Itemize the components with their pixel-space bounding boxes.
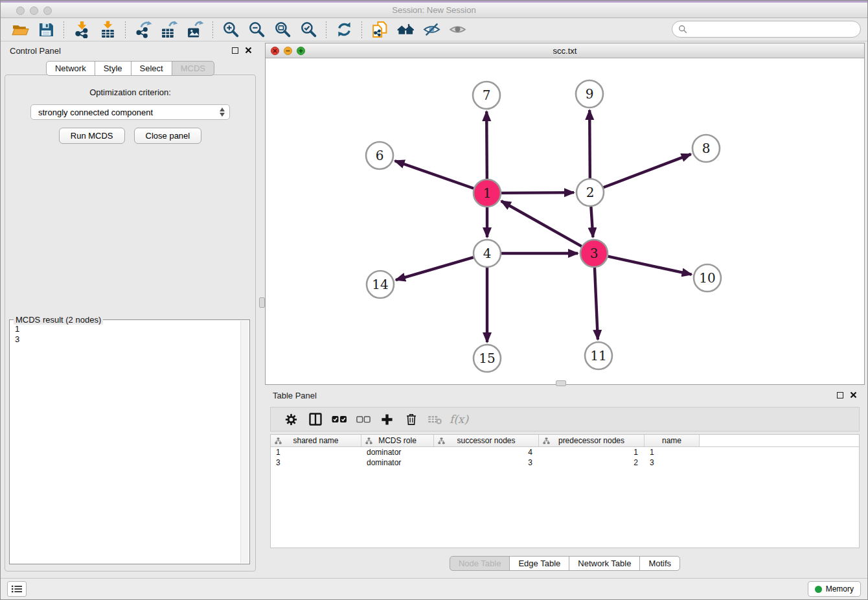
node-14[interactable]: 14 — [367, 271, 394, 298]
select-all-rows-button[interactable] — [327, 409, 351, 430]
first-neighbors-button[interactable] — [393, 19, 418, 40]
column-header-label: MCDS role — [378, 436, 417, 445]
table-header-row: shared nameMCDS rolesuccessor nodesprede… — [271, 435, 859, 447]
node-table: shared nameMCDS rolesuccessor nodesprede… — [270, 434, 860, 548]
column-header-label: predecessor nodes — [558, 436, 624, 445]
import-table-button[interactable] — [95, 19, 120, 40]
table-cell: 3 — [271, 457, 361, 468]
node-2[interactable]: 2 — [577, 179, 604, 206]
column-header[interactable]: predecessor nodes — [539, 435, 645, 446]
column-header[interactable]: MCDS role — [361, 435, 434, 446]
zoom-out-button[interactable] — [244, 19, 269, 40]
show-columns-button[interactable] — [303, 409, 327, 430]
close-panel-button[interactable]: Close panel — [134, 128, 202, 144]
table-row[interactable]: 3dominator323 — [271, 457, 859, 468]
edge-3-11[interactable] — [595, 268, 598, 340]
search-input[interactable] — [691, 24, 860, 35]
edge-2-8[interactable] — [604, 154, 691, 187]
edge-3-1[interactable] — [501, 201, 582, 246]
node-7[interactable]: 7 — [473, 82, 500, 109]
criterion-select[interactable]: strongly connected component — [30, 104, 230, 120]
deselect-all-rows-button[interactable] — [351, 409, 375, 430]
add-column-button[interactable] — [375, 409, 399, 430]
node-11[interactable]: 11 — [585, 342, 612, 369]
table-row[interactable]: 1dominator411 — [271, 447, 859, 457]
node-9[interactable]: 9 — [576, 80, 603, 108]
tab-style[interactable]: Style — [95, 61, 131, 76]
export-table-button[interactable] — [156, 19, 182, 40]
control-panel-tabs: NetworkStyleSelectMCDS — [1, 61, 260, 76]
horizontal-splitter-handle[interactable] — [556, 380, 566, 386]
network-window: scc.txt 1234678910111415 — [265, 43, 865, 385]
toolbar-separator — [125, 21, 126, 38]
node-10[interactable]: 10 — [694, 264, 721, 292]
panel-list-button[interactable] — [7, 581, 27, 597]
criterion-value: strongly connected component — [38, 108, 153, 117]
edge-2-9[interactable] — [589, 110, 590, 178]
memory-status-icon — [815, 586, 822, 593]
edge-1-6[interactable] — [395, 161, 474, 188]
clone-network-button[interactable] — [367, 19, 393, 40]
control-panel-header: Control Panel — [1, 41, 260, 61]
column-header-label: successor nodes — [457, 436, 515, 445]
column-header[interactable]: name — [645, 435, 700, 446]
node-15[interactable]: 15 — [474, 345, 501, 372]
node-6[interactable]: 6 — [366, 142, 393, 169]
hide-selected-button[interactable] — [418, 19, 444, 40]
result-scrollbar[interactable] — [240, 321, 249, 563]
apply-layout-button[interactable] — [331, 19, 357, 40]
close-panel-icon[interactable] — [245, 47, 252, 54]
node-4[interactable]: 4 — [474, 240, 501, 267]
tab-network-table[interactable]: Network Table — [569, 556, 640, 571]
show-all-button[interactable] — [444, 19, 470, 40]
list-icon — [12, 584, 22, 594]
table-settings-button[interactable] — [279, 409, 303, 430]
tab-motifs[interactable]: Motifs — [639, 556, 680, 571]
close-table-panel-icon[interactable] — [850, 391, 857, 398]
column-header[interactable]: successor nodes — [434, 435, 539, 446]
network-title: scc.txt — [266, 46, 864, 56]
edge-4-14[interactable] — [396, 257, 474, 280]
column-header[interactable]: shared name — [271, 435, 361, 446]
tab-edge-table[interactable]: Edge Table — [509, 556, 569, 571]
delete-columns-button[interactable] — [399, 409, 423, 430]
edge-3-10[interactable] — [608, 257, 691, 275]
table-cell: dominator — [361, 447, 434, 457]
node-3[interactable]: 3 — [580, 240, 608, 267]
zoom-selected-button[interactable] — [295, 19, 321, 40]
float-table-panel-icon[interactable] — [837, 392, 843, 398]
table-cell: 4 — [434, 447, 539, 457]
zoom-fit-button[interactable] — [269, 19, 295, 40]
export-network-button[interactable] — [130, 19, 156, 40]
import-network-button[interactable] — [69, 19, 95, 40]
table-cell: 1 — [271, 447, 361, 457]
memory-button[interactable]: Memory — [808, 581, 861, 597]
network-graph[interactable]: 1234678910111415 — [266, 58, 864, 384]
node-1[interactable]: 1 — [474, 179, 501, 207]
function-icon: f(x) — [450, 413, 468, 426]
delete-table-button — [423, 409, 447, 430]
run-mcds-button[interactable]: Run MCDS — [59, 128, 125, 144]
edge-2-3[interactable] — [591, 207, 593, 237]
tab-select[interactable]: Select — [131, 61, 172, 76]
export-image-button[interactable] — [182, 19, 208, 40]
table-cell: dominator — [361, 457, 434, 468]
zoom-in-button[interactable] — [218, 19, 244, 40]
toolbar-separator — [212, 21, 213, 38]
tab-network[interactable]: Network — [46, 61, 95, 76]
vertical-splitter-handle[interactable] — [259, 297, 265, 308]
svg-text:7: 7 — [483, 87, 491, 103]
tab-node-table[interactable]: Node Table — [450, 556, 510, 571]
tab-mcds[interactable]: MCDS — [172, 61, 214, 76]
node-8[interactable]: 8 — [692, 135, 720, 162]
svg-text:10: 10 — [699, 270, 715, 286]
save-session-button[interactable] — [33, 19, 59, 40]
toolbar-separator — [326, 21, 326, 38]
search-box[interactable] — [672, 21, 861, 38]
float-panel-icon[interactable] — [232, 47, 238, 54]
edge-1-2[interactable] — [501, 192, 574, 193]
open-file-button[interactable] — [7, 19, 33, 40]
select-stepper-icon — [220, 108, 225, 117]
edge-1-7[interactable] — [486, 111, 487, 179]
network-canvas[interactable]: 1234678910111415 — [266, 58, 864, 384]
